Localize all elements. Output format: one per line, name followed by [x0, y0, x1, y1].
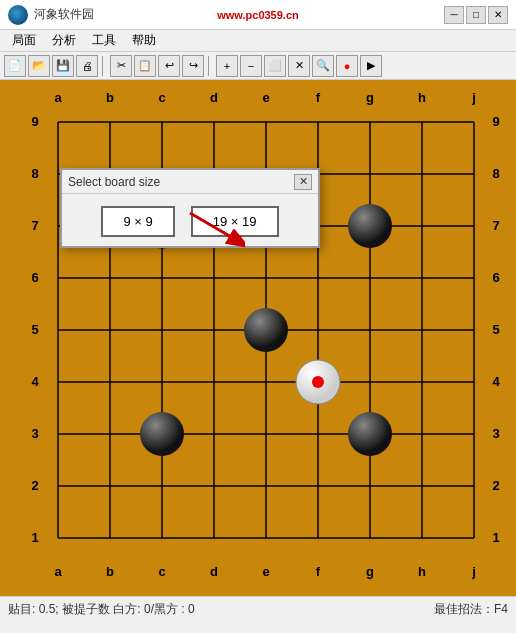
- open-button[interactable]: 📂: [28, 55, 50, 77]
- menu-item-board[interactable]: 局面: [4, 30, 44, 51]
- svg-point-67: [312, 376, 324, 388]
- svg-point-64: [140, 412, 184, 456]
- rect-button[interactable]: ⬜: [264, 55, 286, 77]
- svg-text:c: c: [158, 90, 165, 105]
- print-button[interactable]: 🖨: [76, 55, 98, 77]
- red-button[interactable]: ●: [336, 55, 358, 77]
- zoom-out-button[interactable]: −: [240, 55, 262, 77]
- svg-text:e: e: [262, 564, 269, 579]
- dialog-title-bar: Select board size ✕: [62, 170, 318, 194]
- menu-bar: 局面 分析 工具 帮助: [0, 30, 516, 52]
- svg-point-65: [348, 412, 392, 456]
- svg-text:9: 9: [31, 114, 38, 129]
- svg-text:c: c: [158, 564, 165, 579]
- svg-point-62: [348, 204, 392, 248]
- minimize-button[interactable]: ─: [444, 6, 464, 24]
- status-text: 贴目: 0.5; 被提子数 白方: 0/黑方 : 0: [8, 601, 434, 618]
- svg-text:2: 2: [492, 478, 499, 493]
- watermark: www.pc0359.cn: [217, 9, 299, 21]
- svg-text:b: b: [106, 564, 114, 579]
- hint-text: 最佳招法：F4: [434, 601, 508, 618]
- svg-text:3: 3: [31, 426, 38, 441]
- svg-text:a: a: [54, 90, 62, 105]
- svg-text:8: 8: [492, 166, 499, 181]
- svg-text:d: d: [210, 90, 218, 105]
- svg-text:5: 5: [31, 322, 38, 337]
- window-controls: ─ □ ✕: [444, 6, 508, 24]
- toolbar: 📄 📂 💾 🖨 ✂ 📋 ↩ ↪ + − ⬜ ✕ 🔍 ● ▶: [0, 52, 516, 80]
- board-9x9-button[interactable]: 9 × 9: [101, 206, 174, 237]
- new-button[interactable]: 📄: [4, 55, 26, 77]
- svg-text:6: 6: [492, 270, 499, 285]
- board-19x19-button[interactable]: 19 × 19: [191, 206, 279, 237]
- undo-button[interactable]: ↩: [158, 55, 180, 77]
- svg-text:7: 7: [31, 218, 38, 233]
- svg-text:j: j: [471, 564, 476, 579]
- svg-text:h: h: [418, 564, 426, 579]
- save-button[interactable]: 💾: [52, 55, 74, 77]
- svg-text:a: a: [54, 564, 62, 579]
- svg-text:1: 1: [31, 530, 38, 545]
- board-container: a b c d e f g h j a b c d e f g h j 9 8 …: [0, 80, 516, 596]
- svg-text:b: b: [106, 90, 114, 105]
- svg-text:6: 6: [31, 270, 38, 285]
- svg-text:g: g: [366, 564, 374, 579]
- cut-button[interactable]: ✂: [110, 55, 132, 77]
- delete-button[interactable]: ✕: [288, 55, 310, 77]
- svg-text:4: 4: [31, 374, 39, 389]
- svg-text:9: 9: [492, 114, 499, 129]
- dialog-close-button[interactable]: ✕: [294, 174, 312, 190]
- svg-text:d: d: [210, 564, 218, 579]
- svg-text:h: h: [418, 90, 426, 105]
- svg-text:g: g: [366, 90, 374, 105]
- svg-text:4: 4: [492, 374, 500, 389]
- status-bar: 贴目: 0.5; 被提子数 白方: 0/黑方 : 0 最佳招法：F4: [0, 596, 516, 621]
- dialog-title-text: Select board size: [68, 175, 294, 189]
- svg-text:5: 5: [492, 322, 499, 337]
- zoom-in-button[interactable]: +: [216, 55, 238, 77]
- play-button[interactable]: ▶: [360, 55, 382, 77]
- svg-text:e: e: [262, 90, 269, 105]
- maximize-button[interactable]: □: [466, 6, 486, 24]
- copy-button[interactable]: 📋: [134, 55, 156, 77]
- separator-1: [102, 56, 106, 76]
- svg-text:3: 3: [492, 426, 499, 441]
- svg-text:2: 2: [31, 478, 38, 493]
- redo-button[interactable]: ↪: [182, 55, 204, 77]
- menu-item-analysis[interactable]: 分析: [44, 30, 84, 51]
- svg-text:7: 7: [492, 218, 499, 233]
- svg-text:j: j: [471, 90, 476, 105]
- svg-text:f: f: [316, 90, 321, 105]
- svg-point-63: [244, 308, 288, 352]
- dialog-buttons: 9 × 9 19 × 19: [62, 194, 318, 249]
- title-bar: 河象软件园 www.pc0359.cn ─ □ ✕: [0, 0, 516, 30]
- select-board-dialog: Select board size ✕ 9 × 9 19 × 19: [60, 168, 320, 248]
- search-button[interactable]: 🔍: [312, 55, 334, 77]
- svg-text:1: 1: [492, 530, 499, 545]
- svg-text:8: 8: [31, 166, 38, 181]
- close-button[interactable]: ✕: [488, 6, 508, 24]
- app-icon: [8, 5, 28, 25]
- separator-2: [208, 56, 212, 76]
- menu-item-tools[interactable]: 工具: [84, 30, 124, 51]
- menu-item-help[interactable]: 帮助: [124, 30, 164, 51]
- svg-text:f: f: [316, 564, 321, 579]
